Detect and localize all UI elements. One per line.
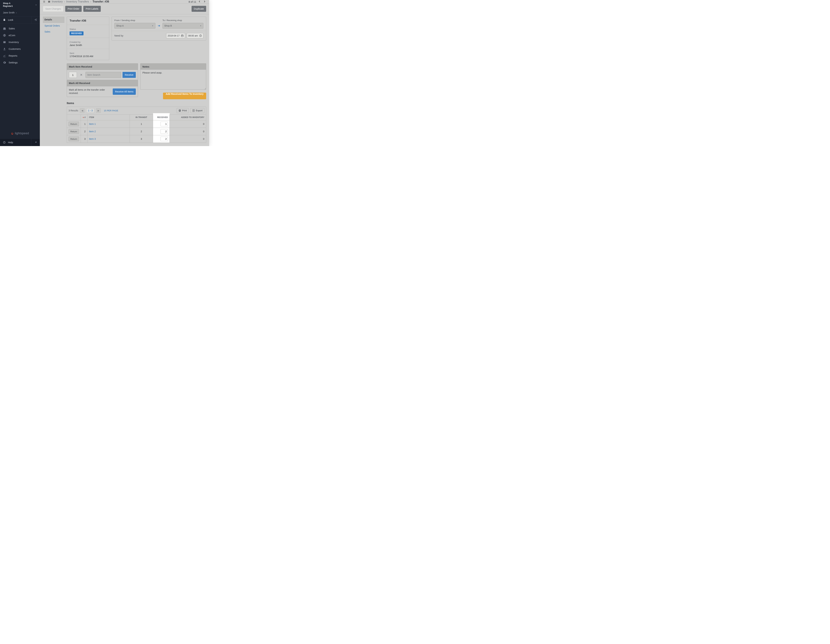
nav-settings[interactable]: Settings — [0, 59, 40, 66]
nav-sales[interactable]: Sales — [0, 25, 40, 32]
user-icon — [3, 47, 6, 50]
svg-rect-8 — [181, 35, 183, 37]
pager-next[interactable] — [203, 0, 206, 3]
lock-button[interactable]: Lock — [0, 16, 31, 23]
add-received-button[interactable]: Add Received Items To Inventory — [163, 93, 206, 99]
items-heading: Items — [67, 101, 206, 105]
user-menu[interactable]: Jane Smith ▾ — [0, 9, 40, 16]
row-num: 1 — [81, 120, 87, 128]
pager-next-items[interactable]: ▶ — [96, 108, 101, 113]
subnav-sales[interactable]: Sales — [43, 29, 64, 35]
return-button[interactable]: Return — [68, 137, 79, 141]
in-transit: 1 — [130, 120, 153, 128]
help-button[interactable]: ? Help — [0, 139, 31, 146]
col-added[interactable]: ADDED TO INVENTORY — [169, 114, 206, 120]
col-item[interactable]: ITEM — [87, 114, 130, 120]
received-input[interactable] — [160, 122, 168, 126]
arrow-right-icon: ➔ — [158, 24, 160, 28]
qty-input[interactable] — [69, 72, 77, 78]
return-button[interactable]: Return — [68, 129, 79, 134]
table-row: Return3Item 330 — [67, 135, 206, 143]
pager-range[interactable]: 1 - 3 — [86, 108, 95, 113]
pager-prev[interactable] — [198, 0, 201, 3]
pager-prev-items[interactable]: ◀ — [80, 108, 84, 113]
return-button[interactable]: Return — [68, 122, 79, 126]
bc-transfers[interactable]: Inventory Transfers — [66, 0, 89, 3]
added-cell: 0 — [169, 128, 206, 135]
action-bar: Save Changes Print Order Print Labels Du… — [40, 3, 209, 14]
receive-all-button[interactable]: Receive All Items — [113, 89, 136, 95]
col-num[interactable]: ▾# — [81, 114, 87, 120]
nav-inventory[interactable]: Inventory — [0, 39, 40, 46]
nav-label: eCom — [9, 34, 15, 37]
item-link[interactable]: Item 1 — [87, 120, 130, 128]
menu-icon[interactable] — [43, 0, 46, 3]
print-order-button[interactable]: Print Order — [65, 6, 82, 12]
to-select[interactable]: Shop B ▼ — [163, 23, 204, 28]
subnav-special-orders[interactable]: Special Orders — [43, 23, 64, 29]
nav-ecom[interactable]: eCom — [0, 32, 40, 39]
col-action — [67, 114, 81, 120]
help-label: Help — [8, 141, 13, 144]
caret-down-icon: ▼ — [152, 25, 154, 27]
subnav-details[interactable]: Details — [43, 17, 64, 23]
brand-logo: lightspeed — [0, 129, 40, 138]
from-label: From / Sending shop — [114, 19, 155, 22]
mark-received-body: ✕ Item Search Receive — [67, 70, 138, 80]
createdby-label: Created by — [70, 41, 106, 43]
export-label: Export — [196, 109, 203, 112]
bc-current: Transfer: #36 — [92, 0, 109, 3]
export-items-button[interactable]: Export — [190, 108, 204, 113]
from-select[interactable]: Shop A ▼ — [114, 23, 155, 28]
nav-label: Inventory — [9, 41, 19, 43]
print-items-button[interactable]: Print — [177, 108, 189, 113]
sent-label: Sent — [70, 52, 106, 54]
in-transit: 3 — [130, 135, 153, 143]
signout-button[interactable] — [31, 16, 40, 23]
col-transit[interactable]: IN TRANSIT — [130, 114, 153, 120]
register-name: Register1 — [3, 5, 13, 8]
gear-icon — [3, 61, 6, 64]
calendar-icon — [181, 34, 184, 37]
print-label: Print — [182, 109, 187, 112]
received-input[interactable] — [160, 129, 168, 134]
notes-head: Notes — [140, 63, 206, 70]
nav-customers[interactable]: Customers — [0, 46, 40, 52]
globe-icon — [3, 34, 6, 36]
clock-icon — [199, 34, 202, 37]
print-labels-button[interactable]: Print Labels — [83, 6, 101, 12]
item-link[interactable]: Item 3 — [87, 135, 130, 143]
per-page[interactable]: 15 PER PAGE — [104, 109, 118, 112]
table-row: Return2Item 220 — [67, 128, 206, 135]
times-icon: ✕ — [78, 72, 84, 78]
bc-inventory[interactable]: Inventory — [52, 0, 63, 3]
breadcrumb: Inventory › Inventory Transfers › Transf… — [48, 0, 109, 3]
shop-selector[interactable]: Shop A Register1 ▸ — [0, 0, 40, 9]
items-pager-bar: 3 Results ◀ 1 - 3 ▶ 15 PER PAGE Print Ex… — [67, 106, 206, 114]
lock-icon — [3, 18, 6, 21]
item-search-input[interactable]: Item Search — [86, 72, 121, 78]
needby-time-field[interactable]: 08:00 am — [187, 33, 203, 38]
drawer-icon — [48, 0, 51, 3]
pin-button[interactable] — [31, 139, 40, 146]
received-input[interactable] — [160, 137, 168, 141]
results-count: 3 Results — [68, 109, 78, 112]
row-num: 3 — [81, 135, 87, 143]
item-link[interactable]: Item 2 — [87, 128, 130, 135]
nav-reports[interactable]: Reports — [0, 52, 40, 59]
duplicate-button[interactable]: Duplicate — [192, 6, 206, 12]
needby-date-field[interactable]: 2018-04-17 — [166, 33, 185, 38]
receive-button[interactable]: Receive — [122, 72, 136, 78]
chart-icon — [3, 54, 6, 57]
top-bar: Inventory › Inventory Transfers › Transf… — [40, 0, 209, 3]
notes-textarea[interactable] — [140, 70, 206, 90]
col-received[interactable]: RECEIVED — [153, 114, 169, 120]
svg-text:?: ? — [4, 142, 5, 143]
status-label: Status — [70, 28, 106, 30]
added-cell: 0 — [169, 120, 206, 128]
print-icon — [179, 109, 181, 112]
from-value: Shop A — [116, 24, 124, 27]
caret-down-icon: ▾ — [16, 12, 17, 14]
mark-all-body: Mark all items on the transfer order rec… — [67, 86, 138, 97]
chevron-right-icon: ▸ — [36, 3, 37, 6]
